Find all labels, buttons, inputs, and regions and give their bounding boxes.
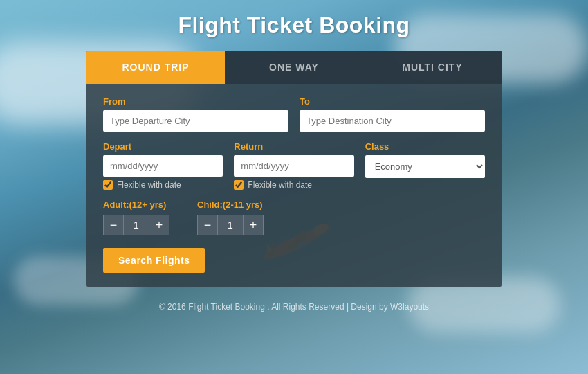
depart-flexible-row: Flexible with date xyxy=(103,180,223,190)
from-label: From xyxy=(103,96,288,107)
from-to-row: From To xyxy=(103,96,485,132)
return-group: Return Flexible with date xyxy=(234,141,353,190)
tab-one-way[interactable]: ONE WAY xyxy=(225,51,363,84)
class-label: Class xyxy=(365,141,485,152)
passenger-section: Adult:(12+ yrs) − 1 + Child:(2-11 yrs) −… xyxy=(103,199,485,235)
adult-value: 1 xyxy=(124,215,149,235)
from-group: From xyxy=(103,96,288,132)
adult-increment-button[interactable]: + xyxy=(149,215,169,235)
child-increment-button[interactable]: + xyxy=(243,215,264,235)
adult-decrement-button[interactable]: − xyxy=(103,215,124,235)
adult-counter: − 1 + xyxy=(103,215,169,235)
tab-multi-city[interactable]: MULTI CITY xyxy=(363,51,502,84)
return-input[interactable] xyxy=(234,155,353,177)
footer-text: © 2016 Flight Ticket Booking . All Right… xyxy=(159,302,429,312)
class-select[interactable]: Economy Business First Class xyxy=(365,155,485,178)
depart-input[interactable] xyxy=(103,155,223,177)
search-flights-button[interactable]: Search Flights xyxy=(103,248,205,273)
dates-class-row: Depart Flexible with date Return Flexibl… xyxy=(103,141,485,190)
tabs-container: ROUND TRIP ONE WAY MULTI CITY xyxy=(86,51,502,84)
adult-label: Adult:(12+ yrs) xyxy=(103,199,169,210)
class-group: Class Economy Business First Class xyxy=(365,141,485,190)
depart-group: Depart Flexible with date xyxy=(103,141,223,190)
booking-card: ROUND TRIP ONE WAY MULTI CITY From To xyxy=(86,51,502,287)
child-group: Child:(2-11 yrs) − 1 + xyxy=(197,199,264,235)
to-input[interactable] xyxy=(300,110,485,132)
depart-label: Depart xyxy=(103,141,223,152)
to-group: To xyxy=(300,96,485,132)
booking-form: From To Depart Flexible with date xyxy=(86,84,502,287)
to-label: To xyxy=(300,96,485,107)
return-label: Return xyxy=(234,141,353,152)
adult-group: Adult:(12+ yrs) − 1 + xyxy=(103,199,169,235)
child-label: Child:(2-11 yrs) xyxy=(197,199,264,210)
page-title: Flight Ticket Booking xyxy=(178,12,410,38)
return-flexible-row: Flexible with date xyxy=(234,180,353,190)
return-flexible-label: Flexible with date xyxy=(248,180,312,190)
from-input[interactable] xyxy=(103,110,288,132)
depart-flexible-checkbox[interactable] xyxy=(103,180,113,190)
child-counter: − 1 + xyxy=(197,215,264,235)
depart-flexible-label: Flexible with date xyxy=(117,180,181,190)
tab-round-trip[interactable]: ROUND TRIP xyxy=(86,51,225,84)
child-decrement-button[interactable]: − xyxy=(197,215,218,235)
child-value: 1 xyxy=(218,215,243,235)
return-flexible-checkbox[interactable] xyxy=(234,180,244,190)
